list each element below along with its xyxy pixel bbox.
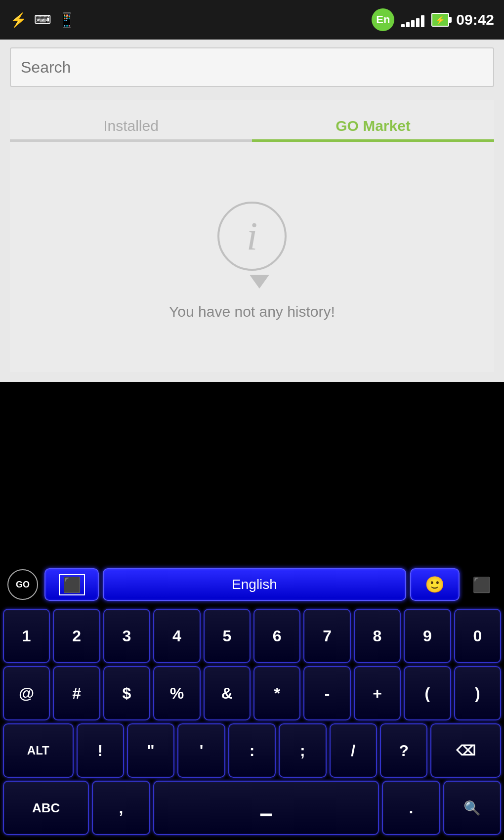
tablet-icon: 📱	[58, 12, 76, 28]
tabs-header: Installed GO Market	[10, 100, 494, 150]
tab-installed-underline	[10, 139, 252, 142]
key-semicolon[interactable]: ;	[279, 723, 326, 778]
key-open-paren[interactable]: (	[404, 666, 451, 720]
key-backspace[interactable]: ⌫	[430, 723, 501, 778]
key-abc[interactable]: ABC	[3, 781, 89, 835]
status-right-icons: En ⚡ 09:42	[372, 8, 494, 31]
tab-go-market[interactable]: GO Market	[252, 110, 494, 150]
keyboard-area: GO ⬛ English 🙂 ⬛ 1 2 3 4 5 6 7 8 9 0	[0, 562, 504, 840]
tab-content-area: i You have not any history!	[10, 150, 494, 372]
backspace-icon: ⌫	[456, 743, 476, 759]
key-alt[interactable]: ALT	[3, 723, 74, 778]
key-2[interactable]: 2	[53, 609, 100, 663]
key-close-paren[interactable]: )	[454, 666, 501, 720]
key-9[interactable]: 9	[404, 609, 451, 663]
space-icon: ▁	[260, 800, 271, 816]
key-comma[interactable]: ,	[92, 781, 150, 835]
usb-icon: ⚡	[10, 12, 27, 28]
key-1[interactable]: 1	[3, 609, 50, 663]
key-search[interactable]: 🔍	[443, 781, 501, 835]
time-display: 09:42	[456, 11, 494, 28]
key-exclaim[interactable]: !	[77, 723, 124, 778]
key-3[interactable]: 3	[103, 609, 150, 663]
bottom-row: ABC , ▁ . 🔍	[3, 781, 501, 835]
tab-installed[interactable]: Installed	[10, 110, 252, 150]
go-logo-button[interactable]: GO	[5, 570, 41, 599]
search-icon: 🔍	[463, 800, 481, 816]
key-period[interactable]: .	[382, 781, 440, 835]
language-badge: En	[372, 8, 394, 31]
info-bubble-tail	[250, 275, 269, 289]
key-4[interactable]: 4	[153, 609, 200, 663]
language-button[interactable]: English	[103, 568, 406, 601]
key-asterisk[interactable]: *	[253, 666, 300, 720]
key-ampersand[interactable]: &	[204, 666, 251, 720]
no-history-message: You have not any history!	[169, 303, 335, 320]
key-slash[interactable]: /	[330, 723, 377, 778]
tab-go-market-underline	[252, 139, 494, 142]
emoji-button[interactable]: 🙂	[410, 568, 460, 601]
status-left-icons: ⚡ ⌨ 📱	[10, 12, 76, 28]
key-7[interactable]: 7	[303, 609, 350, 663]
emoji-icon: 🙂	[425, 575, 445, 594]
main-content: Installed GO Market i You have not any h…	[0, 95, 504, 382]
keyboard-rows: 1 2 3 4 5 6 7 8 9 0 @ # $ % & * - + ( ) …	[0, 607, 504, 840]
key-colon[interactable]: :	[228, 723, 276, 778]
layout-icon: ⬛	[59, 574, 85, 595]
key-minus[interactable]: -	[303, 666, 350, 720]
key-plus[interactable]: +	[354, 666, 401, 720]
key-dollar[interactable]: $	[103, 666, 150, 720]
search-input[interactable]	[10, 47, 494, 87]
key-0[interactable]: 0	[454, 609, 501, 663]
search-bar	[0, 40, 504, 95]
keyboard-switch-icon: ⬛	[472, 576, 491, 593]
battery-icon: ⚡	[431, 13, 449, 27]
layout-toggle-button[interactable]: ⬛	[44, 568, 99, 601]
key-quote-double[interactable]: "	[127, 723, 174, 778]
key-6[interactable]: 6	[253, 609, 300, 663]
key-quote-single[interactable]: '	[177, 723, 225, 778]
alt-row: ALT ! " ' : ; / ? ⌫	[3, 723, 501, 778]
key-percent[interactable]: %	[153, 666, 200, 720]
go-logo-icon: GO	[7, 569, 38, 600]
symbols-row: @ # $ % & * - + ( )	[3, 666, 501, 720]
key-at[interactable]: @	[3, 666, 50, 720]
keyboard-status-icon: ⌨	[34, 13, 51, 27]
info-icon: i	[247, 216, 257, 256]
key-hash[interactable]: #	[53, 666, 100, 720]
signal-icon	[401, 12, 424, 27]
info-icon-circle: i	[217, 202, 287, 271]
status-bar: ⚡ ⌨ 📱 En ⚡ 09:42	[0, 0, 504, 40]
keyboard-toolbar: GO ⬛ English 🙂 ⬛	[0, 562, 504, 607]
key-question[interactable]: ?	[380, 723, 427, 778]
key-8[interactable]: 8	[354, 609, 401, 663]
number-row: 1 2 3 4 5 6 7 8 9 0	[3, 609, 501, 663]
keyboard-switch-button[interactable]: ⬛	[463, 570, 499, 599]
tabs-container: Installed GO Market i You have not any h…	[10, 100, 494, 372]
key-5[interactable]: 5	[204, 609, 251, 663]
key-space[interactable]: ▁	[153, 781, 379, 835]
